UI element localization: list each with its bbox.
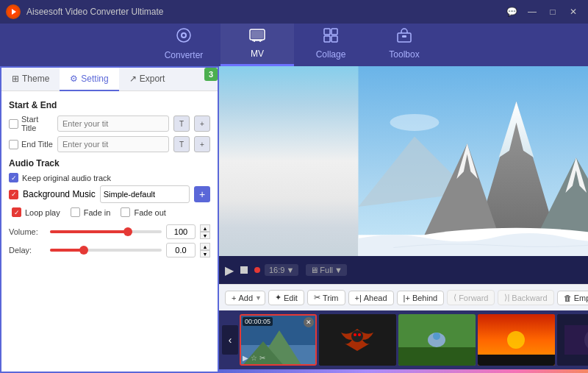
theme-icon: ⊞: [12, 74, 19, 84]
delay-down[interactable]: ▼: [200, 250, 210, 257]
svg-point-43: [507, 331, 525, 349]
film-thumb-3[interactable]: [398, 314, 476, 366]
setting-icon: ⚙: [70, 74, 78, 84]
loop-play-row: Loop play: [12, 207, 60, 217]
thumb-4-image: [478, 314, 555, 366]
audio-track-section: Audio Track Keep original audio track Ba…: [9, 158, 210, 257]
keep-original-checkbox[interactable]: [9, 173, 18, 182]
thumb-1-star[interactable]: ☆: [251, 354, 257, 362]
behind-icon: |+: [404, 294, 410, 302]
full-view-btn[interactable]: 🖥 Full ▼: [306, 264, 347, 276]
thumb-1-close[interactable]: ✕: [304, 317, 314, 327]
end-title-add-btn[interactable]: +: [194, 136, 210, 152]
toolbox-icon: [396, 28, 412, 46]
end-title-font-btn[interactable]: T: [173, 136, 190, 152]
sub-tab-export[interactable]: ↗ Export: [119, 68, 176, 91]
loop-play-checkbox[interactable]: [12, 207, 21, 217]
film-thumb-2[interactable]: [319, 314, 396, 366]
start-title-checkbox[interactable]: [9, 119, 18, 129]
svg-rect-13: [324, 36, 330, 42]
delay-up[interactable]: ▲: [200, 243, 210, 250]
bg-music-select[interactable]: Simple-default Option 2 Option 3: [100, 185, 190, 203]
right-panel: ▶ ⏹ 16:9 ▼ 🖥 Full ▼ 00:00:01.07/00:00:35…: [219, 66, 588, 373]
start-title-add-btn[interactable]: +: [194, 116, 210, 132]
audio-track-title: Audio Track: [9, 158, 210, 168]
fade-in-checkbox[interactable]: [71, 207, 80, 217]
edit-button[interactable]: ✦ Edit: [268, 290, 304, 305]
monitor-icon: 🖥: [310, 266, 318, 274]
tab-mv[interactable]: MV: [220, 24, 294, 66]
fade-in-row: Fade in: [71, 207, 111, 217]
chat-button[interactable]: 💬: [503, 4, 520, 19]
delay-row: Delay: 0.0 ▲ ▼: [9, 243, 210, 257]
svg-rect-39: [398, 347, 476, 366]
start-title-font-btn[interactable]: T: [173, 116, 190, 132]
volume-slider[interactable]: [50, 230, 162, 233]
forward-button[interactable]: ⟨ Forward: [447, 290, 495, 305]
film-thumb-4[interactable]: [478, 314, 555, 366]
svg-point-36: [354, 333, 356, 336]
start-end-title: Start & End: [9, 100, 210, 110]
export-icon: ↗: [129, 74, 137, 84]
nav-tabs: Converter MV Collage: [0, 24, 588, 66]
empty-button[interactable]: 🗑 Empty: [557, 291, 588, 305]
film-thumb-1[interactable]: 00:00:05 ✕ ▶ ☆ ✂: [240, 314, 317, 366]
close-button[interactable]: ✕: [564, 4, 582, 19]
start-title-input[interactable]: [57, 116, 169, 132]
fade-out-row: Fade out: [121, 207, 165, 217]
start-end-section: Start & End Start Title T + End Title: [9, 100, 210, 152]
thumb-1-play[interactable]: ▶: [243, 354, 248, 362]
volume-spin[interactable]: ▲ ▼: [200, 224, 210, 239]
ahead-icon: +|: [355, 294, 362, 302]
bg-music-add-btn[interactable]: +: [194, 186, 210, 202]
mv-label: MV: [251, 49, 264, 59]
delay-slider[interactable]: [50, 249, 162, 252]
setting-label: Setting: [81, 74, 108, 84]
play-button[interactable]: ▶: [225, 263, 234, 277]
tab-converter[interactable]: Converter: [147, 24, 220, 66]
fade-out-label: Fade out: [134, 208, 165, 217]
end-title-input[interactable]: [57, 136, 169, 152]
maximize-button[interactable]: □: [544, 4, 562, 19]
svg-rect-11: [324, 29, 330, 35]
filmstrip-prev[interactable]: ‹: [222, 325, 238, 355]
svg-point-35: [351, 330, 363, 342]
svg-point-4: [182, 34, 185, 37]
minimize-button[interactable]: —: [523, 4, 541, 19]
filmstrip: ‹ 00:00:05 ✕ ▶ ☆ ✂: [219, 310, 588, 369]
aspect-ratio-selector[interactable]: 16:9 ▼: [265, 264, 298, 276]
behind-button[interactable]: |+ Behind: [397, 291, 445, 305]
thumb-1-controls: ▶ ☆ ✂: [243, 354, 265, 362]
left-panel: ⊞ Theme ⚙ Setting ↗ Export 3 Start & End: [0, 66, 219, 373]
sub-tab-setting[interactable]: ⚙ Setting: [60, 68, 118, 91]
backward-button[interactable]: ⟩| Backward: [498, 290, 553, 305]
add-button[interactable]: + Add ▼: [225, 291, 265, 305]
end-title-label: End Title: [9, 140, 53, 149]
thumb-1-scissor[interactable]: ✂: [259, 354, 265, 362]
trim-button[interactable]: ✂ Trim: [307, 290, 345, 305]
converter-label: Converter: [165, 50, 204, 60]
film-thumb-5[interactable]: M: [557, 314, 588, 366]
sub-tab-theme[interactable]: ⊞ Theme: [1, 68, 60, 91]
backward-icon: ⟩|: [504, 293, 509, 302]
tab-toolbox[interactable]: Toolbox: [368, 24, 441, 66]
fade-out-checkbox[interactable]: [121, 207, 130, 217]
bg-music-checkbox[interactable]: [9, 190, 18, 199]
stop-button[interactable]: ⏹: [238, 263, 250, 277]
end-title-row: End Title T +: [9, 136, 210, 152]
thumb-3-image: [398, 314, 476, 366]
full-label: Full: [320, 266, 333, 274]
collage-label: Collage: [316, 49, 346, 60]
panel-content: Start & End Start Title T + End Title: [1, 91, 218, 372]
ahead-button[interactable]: +| Ahead: [348, 291, 394, 305]
export-label: Export: [140, 74, 165, 84]
volume-up[interactable]: ▲: [200, 224, 210, 232]
end-title-checkbox[interactable]: [9, 140, 18, 149]
svg-rect-16: [402, 35, 406, 38]
converter-icon: [176, 27, 192, 47]
delay-spin[interactable]: ▲ ▼: [200, 243, 210, 257]
volume-down[interactable]: ▼: [200, 232, 210, 239]
inline-checks: Loop play Fade in Fade out: [12, 207, 210, 220]
forward-icon: ⟨: [453, 293, 456, 302]
tab-collage[interactable]: Collage: [294, 24, 368, 66]
